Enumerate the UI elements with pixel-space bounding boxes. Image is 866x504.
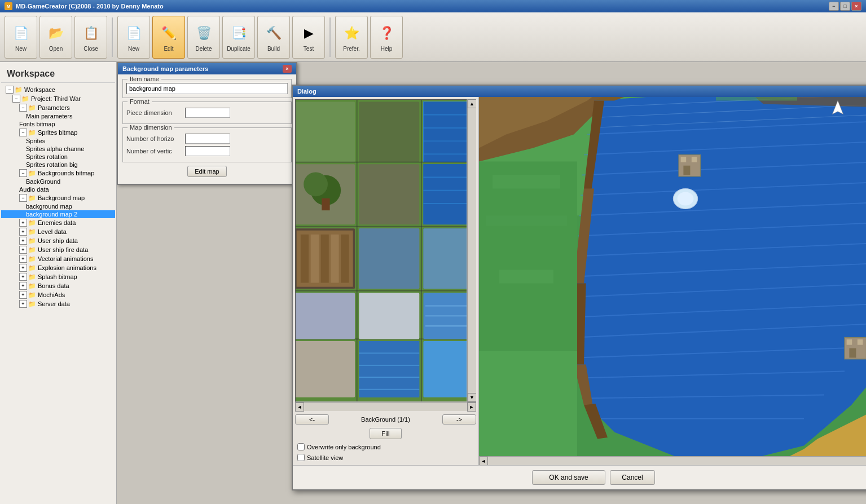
horiz-row: Number of horizo (126, 134, 288, 144)
expander-bonus[interactable]: + (19, 282, 27, 290)
new2-icon: 📄 (122, 22, 145, 45)
scroll-left-btn[interactable]: ◄ (295, 403, 304, 412)
sidebar-item-level[interactable]: + 📁 Level data (1, 227, 115, 236)
expander-splash[interactable]: + (19, 273, 27, 281)
svg-point-24 (304, 172, 328, 196)
tileset-svg (296, 100, 467, 401)
new2-label: New (128, 46, 139, 52)
tileset-prev-button[interactable]: <- (295, 414, 329, 425)
toolbar-help-button[interactable]: ❓ Help (370, 16, 403, 59)
sidebar-item-parameters[interactable]: − 📁 Parameters (1, 103, 115, 112)
satellite-checkbox[interactable] (297, 454, 305, 461)
map-scroll-left-btn[interactable]: ◄ (479, 457, 488, 466)
scroll-up-btn[interactable]: ▲ (468, 99, 477, 108)
minimize-button[interactable]: − (829, 2, 839, 11)
sidebar-item-sprites-alpha[interactable]: Sprites alpha channe (1, 145, 115, 153)
sidebar-item-bonus[interactable]: + 📁 Bonus data (1, 281, 115, 290)
svg-rect-9 (423, 102, 467, 162)
prefer-icon: ⭐ (340, 22, 363, 45)
svg-rect-114 (716, 97, 797, 101)
sidebar-item-enemies[interactable]: + 📁 Enemies data (1, 218, 115, 227)
toolbar-close-button[interactable]: 📋 Close (74, 16, 107, 59)
piece-dim-input[interactable] (185, 108, 230, 118)
svg-rect-122 (681, 157, 687, 162)
expander-enemies[interactable]: + (19, 219, 27, 227)
open-label: Open (49, 46, 63, 52)
toolbar-edit-button[interactable]: ✏️ Edit (152, 16, 185, 59)
sidebar-item-mochiads[interactable]: + 📁 MochiAds (1, 290, 115, 299)
expander-level[interactable]: + (19, 228, 27, 236)
sidebar-item-bgmap-2[interactable]: background map 2 (1, 210, 115, 218)
scroll-down-btn[interactable]: ▼ (468, 393, 477, 402)
sidebar-item-sprites-bitmap[interactable]: − 📁 Sprites bitmap (1, 128, 115, 137)
toolbar-new-button[interactable]: 📄 New (5, 16, 37, 59)
maximize-button[interactable]: □ (840, 2, 850, 11)
svg-rect-67 (423, 228, 467, 289)
sidebar-item-sprites-rotation-big[interactable]: Sprites rotation big (1, 161, 115, 169)
expander-project[interactable]: − (12, 95, 20, 103)
svg-rect-118 (486, 216, 567, 226)
sidebar-item-project[interactable]: − 📁 Project: Third War (1, 94, 115, 103)
expander-backgrounds[interactable]: − (19, 169, 27, 177)
edit-map-button[interactable]: Edit map (187, 166, 226, 177)
sidebar-item-backgrounds[interactable]: − 📁 Backgrounds bitmap (1, 169, 115, 178)
sidebar-item-server[interactable]: + 📁 Server data (1, 299, 115, 308)
map-scrollbar-h[interactable]: ◄ ► (479, 456, 866, 465)
toolbar-test-button[interactable]: ▶ Test (292, 16, 325, 59)
svg-rect-123 (692, 157, 697, 162)
toolbar-open-button[interactable]: 📂 Open (39, 16, 72, 59)
expander-user-ship-fire[interactable]: + (19, 246, 27, 254)
tileset-panel: ▲ ▼ ◄ ► <- BackGround (1/1) (293, 97, 479, 465)
fill-button[interactable]: Fill (370, 428, 401, 439)
svg-rect-124 (683, 166, 690, 175)
tileset-next-button[interactable]: -> (442, 414, 476, 425)
tileset-scrollbar-h[interactable]: ◄ ► (295, 402, 476, 411)
sidebar-item-vectorial[interactable]: + 📁 Vectorial animations (1, 254, 115, 263)
expander-explosion[interactable]: + (19, 264, 27, 272)
main-area: Workspace − 📁 Workspace − 📁 Project: Thi… (0, 62, 866, 504)
toolbar-delete-button[interactable]: 🗑️ Delete (187, 16, 220, 59)
sidebar-item-main-params[interactable]: Main parameters (1, 112, 115, 120)
expander-bgmap[interactable]: − (19, 194, 27, 202)
sidebar-item-fonts[interactable]: Fonts bitmap (1, 120, 115, 128)
expander-sprites[interactable]: − (19, 129, 27, 136)
cancel-button[interactable]: Cancel (610, 470, 655, 485)
dialog-main-title: Dialog × (293, 86, 866, 97)
item-name-input[interactable] (126, 83, 288, 94)
sidebar-item-user-ship-fire[interactable]: + 📁 User ship fire data (1, 245, 115, 254)
sidebar-item-bgmap-1[interactable]: background map (1, 202, 115, 210)
expander-vectorial[interactable]: + (19, 255, 27, 263)
tileset-scrollbar-v[interactable]: ▲ ▼ (467, 99, 476, 402)
ok-save-button[interactable]: OK and save (532, 470, 605, 485)
edit-icon: ✏️ (157, 22, 180, 45)
expander-mochiads[interactable]: + (19, 291, 27, 299)
expander-user-ship[interactable]: + (19, 237, 27, 245)
app-close-button[interactable]: × (851, 2, 861, 11)
app-icon: M (5, 2, 12, 10)
sidebar-item-workspace[interactable]: − 📁 Workspace (1, 85, 115, 94)
expander-workspace[interactable]: − (6, 86, 14, 94)
toolbar-prefer-button[interactable]: ⭐ Prefer. (335, 16, 368, 59)
sidebar-item-audio[interactable]: Audio data (1, 185, 115, 193)
expander-server[interactable]: + (19, 300, 27, 308)
toolbar-new2-button[interactable]: 📄 New (117, 16, 150, 59)
toolbar-build-button[interactable]: 🔨 Build (257, 16, 290, 59)
sidebar-item-user-ship[interactable]: + 📁 User ship data (1, 236, 115, 245)
overwrite-checkbox[interactable] (297, 443, 305, 450)
horiz-input[interactable] (185, 134, 230, 144)
dialog-bgmap-title-text: Background map parameters (122, 65, 208, 72)
piece-dim-row: Piece dimension (126, 108, 288, 118)
close-label: Close (83, 46, 98, 52)
toolbar-duplicate-button[interactable]: 📑 Duplicate (222, 16, 255, 59)
sidebar-item-explosion[interactable]: + 📁 Explosion animations (1, 263, 115, 272)
sidebar-item-splash[interactable]: + 📁 Splash bitmap (1, 272, 115, 281)
sidebar-item-background-map[interactable]: − 📁 Background map (1, 193, 115, 202)
sidebar-item-sprites-rotation[interactable]: Sprites rotation (1, 153, 115, 161)
vert-input[interactable] (185, 146, 230, 156)
sidebar-item-background[interactable]: BackGround (1, 178, 115, 185)
svg-rect-128 (849, 348, 856, 358)
expander-parameters[interactable]: − (19, 104, 27, 112)
dialog-bgmap-close-button[interactable]: × (283, 65, 292, 73)
sidebar-item-sprites[interactable]: Sprites (1, 137, 115, 145)
scroll-right-btn[interactable]: ► (467, 403, 476, 412)
